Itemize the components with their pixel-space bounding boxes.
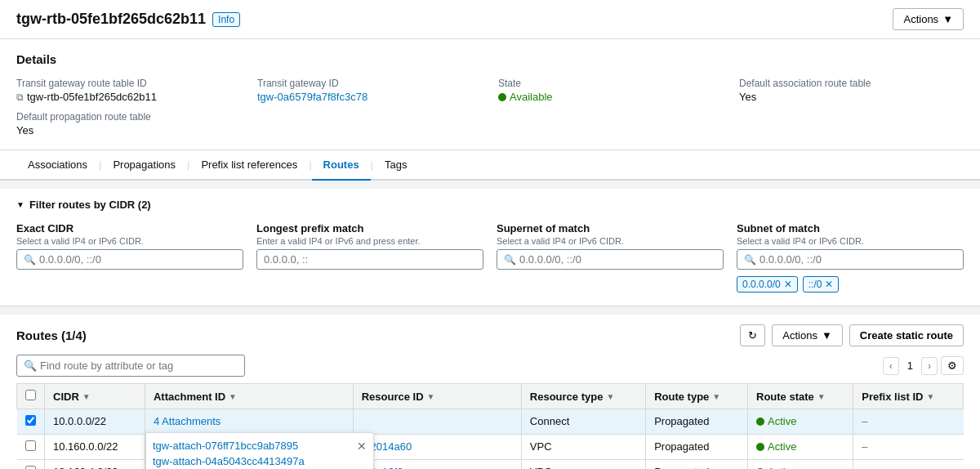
subnet-input[interactable] (760, 253, 956, 266)
active-dot (756, 418, 764, 426)
subnet-input-wrap: 🔍 (737, 249, 964, 270)
filter-tag-ipv6: ::/0 ✕ (803, 276, 840, 293)
search-icon: 🔍 (24, 254, 36, 266)
attachment-dropdown: ✕ tgw-attach-076ff71bcc9ab7895 tgw-attac… (145, 432, 374, 469)
supernet-input[interactable] (519, 253, 716, 266)
search-icon: 🔍 (24, 360, 37, 372)
details-title: Details (16, 52, 964, 66)
exact-cidr-input-wrap: 🔍 (16, 249, 243, 270)
attachment-link[interactable]: 4 Attachments (154, 415, 220, 427)
close-dropdown[interactable]: ✕ (357, 440, 367, 453)
remove-tag-ipv6[interactable]: ✕ (825, 279, 833, 290)
routes-header: Routes (1/4) ↻ Actions ▼ Create static r… (16, 324, 964, 346)
longest-prefix-input[interactable] (264, 253, 476, 266)
filter-subnet: Subnet of match Select a valid IP4 or IP… (737, 222, 964, 293)
table-settings-button[interactable]: ⚙ (941, 356, 964, 375)
remove-tag-cidr[interactable]: ✕ (784, 279, 792, 290)
supernet-input-wrap: 🔍 (497, 249, 724, 270)
longest-prefix-input-wrap (256, 249, 483, 270)
routes-table: CIDR▼ Attachment ID▼ Resource ID▼ Resour… (16, 383, 964, 469)
details-panel: Details Transit gateway route table ID ⧉… (0, 39, 980, 150)
routes-search-input[interactable] (40, 360, 238, 372)
copy-icon[interactable]: ⧉ (16, 92, 24, 103)
col-cidr: CIDR▼ (45, 384, 145, 409)
refresh-button[interactable]: ↻ (740, 324, 765, 346)
tab-routes[interactable]: Routes (312, 150, 371, 181)
routes-section: Routes (1/4) ↻ Actions ▼ Create static r… (0, 315, 980, 469)
top-bar-left: tgw-rtb-05fe1bf265dc62b11 Info (16, 11, 240, 28)
att-link-2[interactable]: tgw-attach-04a5043cc4413497a (153, 455, 305, 467)
tab-associations[interactable]: Associations (16, 150, 99, 181)
col-prefix-list-id: Prefix list ID▼ (853, 384, 964, 409)
col-resource-type: Resource type▼ (521, 384, 645, 409)
exact-cidr-input[interactable] (39, 253, 236, 266)
filter-tag-cidr: 0.0.0.0/0 ✕ (737, 276, 798, 293)
tab-prefix-list-references[interactable]: Prefix list references (189, 150, 309, 181)
filter-tags: 0.0.0.0/0 ✕ ::/0 ✕ (737, 276, 964, 293)
row-checkbox[interactable] (25, 466, 36, 469)
tab-propagations[interactable]: Propagations (101, 150, 187, 181)
detail-state: State Available (498, 78, 723, 103)
tabs-bar: Associations | Propagations | Prefix lis… (0, 150, 980, 181)
filter-grid: Exact CIDR Select a valid IP4 or IPv6 CI… (16, 222, 964, 293)
col-resource-id: Resource ID▼ (353, 384, 521, 409)
details-grid: Transit gateway route table ID ⧉ tgw-rtb… (16, 78, 964, 103)
filter-section: ▼ Filter routes by CIDR (2) Exact CIDR S… (0, 189, 980, 306)
col-attachment-id: Attachment ID▼ (145, 384, 353, 409)
routes-actions: ↻ Actions ▼ Create static route (740, 324, 964, 346)
filter-exact-cidr: Exact CIDR Select a valid IP4 or IPv6 CI… (16, 222, 243, 293)
col-route-type: Route type▼ (646, 384, 748, 409)
search-icon: 🔍 (504, 254, 516, 266)
detail-default-assoc: Default association route table Yes (739, 78, 964, 103)
create-static-route-button[interactable]: Create static route (849, 324, 964, 346)
row-checkbox[interactable] (25, 440, 36, 451)
prev-page-button[interactable]: ‹ (883, 357, 899, 375)
next-page-button[interactable]: › (921, 357, 938, 375)
routes-search: 🔍 (16, 355, 245, 377)
select-all-header (17, 384, 45, 409)
top-bar: tgw-rtb-05fe1bf265dc62b11 Info Actions ▼ (0, 0, 980, 39)
tgw-id-link[interactable]: tgw-0a6579fa7f8fc3c78 (257, 91, 368, 103)
select-all-checkbox[interactable] (25, 390, 36, 400)
row-checkbox[interactable] (25, 415, 36, 426)
pagination-bar: ‹ 1 › ⚙ (883, 356, 964, 375)
detail-row2: Default propagation route table Yes (16, 111, 964, 136)
routes-title: Routes (1/4) (16, 328, 87, 342)
detail-tgw-id: Transit gateway ID tgw-0a6579fa7f8fc3c78 (257, 78, 482, 103)
filter-longest-prefix: Longest prefix match Enter a valid IP4 o… (256, 222, 483, 293)
routes-actions-button[interactable]: Actions ▼ (772, 324, 843, 346)
detail-route-table-id: Transit gateway route table ID ⧉ tgw-rtb… (16, 78, 241, 103)
search-icon: 🔍 (744, 254, 756, 266)
info-badge[interactable]: Info (212, 12, 240, 27)
status-dot (498, 93, 506, 101)
active-dot (756, 443, 764, 451)
page-title: tgw-rtb-05fe1bf265dc62b11 (16, 11, 206, 28)
col-route-state: Route state▼ (748, 384, 853, 409)
table-row: 10.0.0.0/22 4 Attachments ✕ tgw-attach-0… (17, 409, 964, 435)
filter-header[interactable]: ▼ Filter routes by CIDR (2) (16, 199, 964, 211)
filter-supernet: Supernet of match Select a valid IP4 or … (497, 222, 724, 293)
att-link-1[interactable]: tgw-attach-076ff71bcc9ab7895 (153, 440, 298, 452)
filter-triangle: ▼ (16, 200, 24, 209)
top-actions-button[interactable]: Actions ▼ (893, 8, 964, 30)
tab-tags[interactable]: Tags (373, 150, 418, 181)
